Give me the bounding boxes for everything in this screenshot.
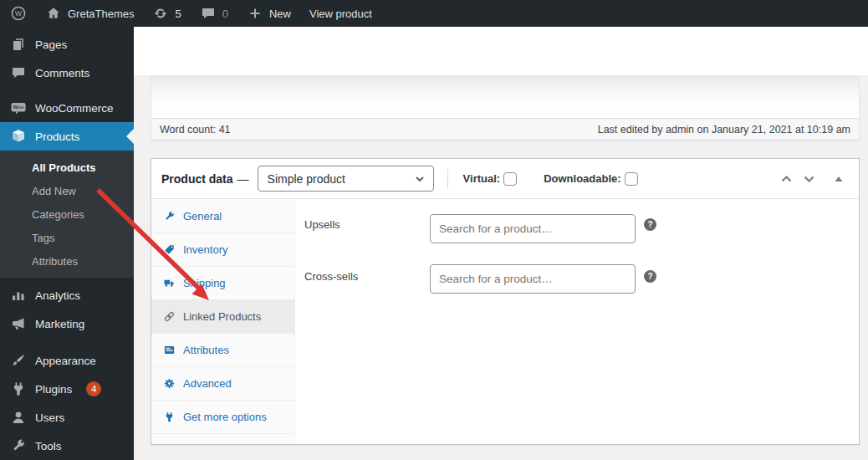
tab-linked-products[interactable]: Linked Products <box>151 300 294 334</box>
sidebar-item-plugins[interactable]: Plugins 4 <box>0 375 134 403</box>
product-data-header: Product data — Simple product Virtual: D… <box>151 159 859 199</box>
virtual-checkbox[interactable] <box>503 172 517 186</box>
tab-inventory[interactable]: Inventory <box>151 233 294 267</box>
plus-icon <box>247 5 263 22</box>
view-product-link[interactable]: View product <box>300 0 381 27</box>
svg-text:Woo: Woo <box>13 105 24 110</box>
cross-sells-label: Cross-sells <box>304 270 358 283</box>
upsells-input[interactable] <box>430 214 636 243</box>
sidebar-item-marketing[interactable]: Marketing <box>0 309 134 338</box>
new-menu[interactable]: New <box>237 0 300 27</box>
tab-attributes[interactable]: Attributes <box>151 334 294 367</box>
plugins-update-badge: 4 <box>86 381 101 396</box>
upsells-help-icon[interactable]: ? <box>644 218 656 231</box>
submenu-item-add-new[interactable]: Add New <box>0 180 134 203</box>
comments-menu[interactable]: 0 <box>191 0 237 27</box>
move-up-icon[interactable] <box>780 174 793 184</box>
wrench-icon <box>10 437 27 454</box>
plugin-icon <box>10 381 27 397</box>
products-box-icon <box>10 128 27 145</box>
submenu-item-tags[interactable]: Tags <box>0 227 134 250</box>
product-data-tabs: General Inventory Shipping <box>151 200 295 444</box>
admin-bar: W GretaThemes 5 0 New View product <box>0 0 868 27</box>
tag-icon <box>163 243 176 256</box>
gear-icon <box>163 377 176 390</box>
sidebar-item-tools[interactable]: Tools <box>0 432 134 460</box>
tab-shipping[interactable]: Shipping <box>151 267 294 300</box>
link-icon <box>163 310 176 323</box>
sidebar-item-products[interactable]: Products <box>0 122 134 151</box>
last-edited: Last edited by admin on January 21, 2021… <box>598 124 850 135</box>
update-icon <box>152 5 169 22</box>
editor-content-area[interactable] <box>151 75 859 118</box>
woocommerce-icon: Woo <box>10 100 27 116</box>
cross-sells-help-icon[interactable]: ? <box>644 270 656 283</box>
downloadable-label: Downloadable: <box>544 172 620 185</box>
wp-logo-menu[interactable]: W <box>0 0 36 27</box>
current-menu-notch <box>126 129 134 144</box>
sidebar-item-woocommerce[interactable]: Woo WooCommerce <box>0 94 134 122</box>
tab-advanced[interactable]: Advanced <box>151 367 294 401</box>
wrench-icon <box>163 210 176 222</box>
menu-separator <box>0 87 134 94</box>
update-count: 5 <box>175 8 181 20</box>
content-editor: Word count: 41 Last edited by admin on J… <box>151 75 860 141</box>
products-submenu: All Products Add New Categories Tags Att… <box>0 151 134 278</box>
move-down-icon[interactable] <box>803 174 815 184</box>
page-header <box>134 27 868 75</box>
form-icon <box>163 344 176 356</box>
analytics-bars-icon <box>10 287 27 304</box>
paintbrush-icon <box>10 352 27 369</box>
sidebar-item-comments[interactable]: Comments <box>0 59 134 87</box>
cross-sells-input[interactable] <box>430 264 636 294</box>
linked-products-fields: Upsells ? Cross-sells ? <box>295 200 859 444</box>
updates-menu[interactable]: 5 <box>143 0 190 27</box>
product-data-dash: — <box>237 172 249 186</box>
pages-icon <box>10 36 27 53</box>
chevron-down-icon <box>414 173 426 185</box>
home-icon <box>45 5 62 22</box>
editor-status-bar: Word count: 41 Last edited by admin on J… <box>151 118 859 140</box>
new-label: New <box>269 8 291 20</box>
tab-general[interactable]: General <box>151 200 294 233</box>
sidebar-item-appearance[interactable]: Appearance <box>0 346 134 375</box>
plugin-icon <box>163 411 176 423</box>
svg-text:W: W <box>15 9 22 18</box>
admin-sidebar: Pages Comments Woo WooCommerce Products … <box>0 27 134 460</box>
product-type-select[interactable]: Simple product <box>258 166 434 192</box>
site-name-menu[interactable]: GretaThemes <box>36 0 143 27</box>
comment-bubble-icon <box>200 5 217 22</box>
submenu-item-categories[interactable]: Categories <box>0 203 134 227</box>
panel-controls <box>780 174 849 184</box>
product-data-body: General Inventory Shipping <box>151 200 859 444</box>
downloadable-checkbox[interactable] <box>625 172 638 186</box>
comments-icon <box>10 64 27 81</box>
sidebar-item-pages[interactable]: Pages <box>0 30 134 59</box>
sidebar-item-analytics[interactable]: Analytics <box>0 281 134 309</box>
product-data-panel: Product data — Simple product Virtual: D… <box>151 158 860 445</box>
sidebar-item-users[interactable]: Users <box>0 403 134 432</box>
truck-icon <box>163 277 176 289</box>
product-data-title: Product data <box>161 172 233 186</box>
virtual-label: Virtual: <box>463 172 501 185</box>
menu-separator <box>0 338 134 346</box>
submenu-item-attributes[interactable]: Attributes <box>0 250 134 273</box>
site-name: GretaThemes <box>68 8 134 20</box>
downloadable-option: Downloadable: <box>544 172 637 186</box>
users-icon <box>10 409 27 426</box>
comment-count: 0 <box>222 8 228 20</box>
submenu-item-all-products[interactable]: All Products <box>0 156 134 180</box>
virtual-option: Virtual: <box>463 172 518 186</box>
megaphone-icon <box>10 315 27 332</box>
word-count: Word count: 41 <box>160 124 231 135</box>
product-type-value: Simple product <box>268 172 345 186</box>
upsells-label: Upsells <box>304 218 340 231</box>
tab-get-more-options[interactable]: Get more options <box>151 401 294 434</box>
header-divider <box>447 169 448 189</box>
toggle-panel-icon[interactable] <box>834 175 844 183</box>
wordpress-logo-icon: W <box>10 5 27 22</box>
